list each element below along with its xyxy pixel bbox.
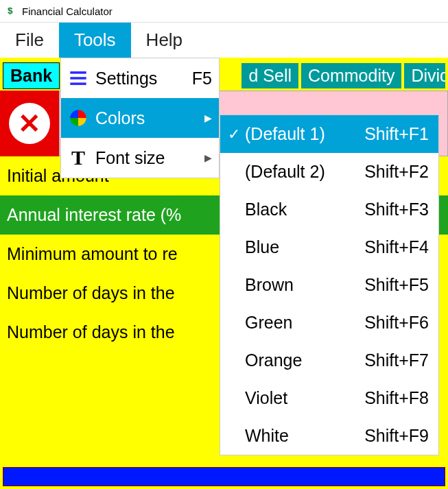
menu-bar: File Tools Help [0,22,448,58]
color-option-label: White [245,426,362,446]
close-button[interactable]: ✕ [9,103,50,144]
menu-item-settings[interactable]: Settings F5 [61,58,219,98]
close-icon: ✕ [18,110,41,137]
fontsize-icon: T [68,147,89,168]
menu-item-label: Colors [95,108,198,128]
chevron-right-icon: ▶ [204,152,212,163]
tab-dividends[interactable]: Divid [404,63,445,88]
color-option-blue[interactable]: Blue Shift+F4 [220,228,438,266]
color-option-shortcut: Shift+F4 [364,237,429,257]
color-option-shortcut: Shift+F5 [364,275,429,295]
color-option-shortcut: Shift+F6 [364,313,429,333]
colors-submenu: ✓ (Default 1) Shift+F1 (Default 2) Shift… [220,115,439,455]
color-option-label: (Default 2) [245,162,362,182]
color-option-orange[interactable]: Orange Shift+F7 [220,342,438,379]
color-option-label: Brown [245,275,362,295]
color-option-violet[interactable]: Violet Shift+F8 [220,379,438,417]
title-bar: $ Financial Calculator [0,0,448,22]
menu-tools[interactable]: Tools [59,23,131,58]
color-option-shortcut: Shift+F9 [364,426,429,446]
menu-item-fontsize[interactable]: T Font size ▶ [61,138,219,178]
color-option-default2[interactable]: (Default 2) Shift+F2 [220,153,438,191]
check-icon: ✓ [226,126,242,143]
tab-bank[interactable]: Bank [3,62,60,89]
color-option-shortcut: Shift+F1 [364,124,429,144]
colors-icon [68,108,89,128]
menu-item-label: Settings [95,69,185,88]
tab-commodity[interactable]: Commodity [301,63,401,88]
close-cell: ✕ [0,91,59,156]
compute-bar[interactable] [3,467,445,486]
color-option-label: Green [245,313,362,333]
menu-item-colors[interactable]: Colors ▶ [61,98,219,138]
color-option-label: (Default 1) [245,124,362,144]
color-option-shortcut: Shift+F2 [364,162,429,182]
app-icon: $ [5,4,18,19]
color-option-label: Black [245,200,362,219]
color-option-default1[interactable]: ✓ (Default 1) Shift+F1 [220,115,438,153]
menu-help[interactable]: Help [131,23,198,58]
color-option-shortcut: Shift+F7 [364,350,429,370]
color-option-black[interactable]: Black Shift+F3 [220,191,438,228]
color-option-label: Violet [245,388,362,408]
color-option-label: Orange [245,350,362,370]
color-option-shortcut: Shift+F8 [364,388,429,408]
tab-sell[interactable]: d Sell [241,63,298,88]
chevron-right-icon: ▶ [204,112,212,123]
menu-item-shortcut: F5 [192,69,212,88]
color-option-brown[interactable]: Brown Shift+F5 [220,266,438,304]
tools-dropdown: Settings F5 Colors ▶ T Font size ▶ [60,58,220,178]
menu-item-label: Font size [95,148,198,168]
color-option-white[interactable]: White Shift+F9 [220,417,438,455]
settings-icon [68,68,89,88]
window-title: Financial Calculator [22,5,113,17]
color-option-label: Blue [245,237,362,257]
svg-text:$: $ [8,5,13,15]
menu-file[interactable]: File [0,23,59,58]
color-option-shortcut: Shift+F3 [364,200,429,219]
color-option-green[interactable]: Green Shift+F6 [220,304,438,342]
